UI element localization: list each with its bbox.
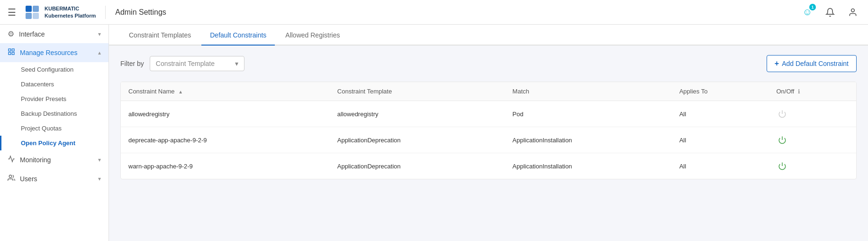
sidebar-sub-backup-destinations[interactable]: Backup Destinations — [0, 106, 108, 121]
on-off-info-icon: ℹ — [798, 88, 800, 95]
svg-rect-2 — [26, 13, 32, 19]
tab-default-constraints[interactable]: Default Constraints — [201, 25, 275, 46]
filter-dropdown-icon: ▾ — [235, 60, 238, 67]
header-divider — [105, 6, 106, 19]
cell-constraint-name-1: allowedregistry — [121, 101, 330, 127]
cell-constraint-template-3: ApplicationDeprecation — [330, 153, 505, 179]
cell-applies-to-1: All — [672, 101, 769, 127]
main-content: Constraint Templates Default Constraints… — [109, 25, 868, 241]
svg-rect-0 — [26, 6, 32, 12]
cell-match-3: ApplicationInstallation — [505, 153, 672, 179]
monitoring-chevron: ▾ — [98, 157, 101, 163]
users-icon — [8, 174, 15, 184]
svg-rect-3 — [33, 13, 39, 19]
sidebar-item-users-label: Users — [20, 175, 37, 183]
sidebar-item-interface[interactable]: ⚙ Interface ▾ — [0, 25, 108, 43]
add-btn-label: Add Default Constraint — [782, 60, 849, 67]
sidebar-sub-project-quotas[interactable]: Project Quotas — [0, 121, 108, 136]
cell-constraint-template-2: ApplicationDeprecation — [330, 127, 505, 153]
sidebar-item-users[interactable]: Users ▾ — [0, 169, 108, 188]
cell-constraint-name-2: deprecate-app-apache-9-2-9 — [121, 127, 330, 153]
constraints-table: Constraint Name ▲ Constraint Template Ma… — [121, 82, 856, 179]
tab-bar: Constraint Templates Default Constraints… — [109, 25, 868, 46]
sidebar-sub-open-policy-agent[interactable]: Open Policy Agent — [0, 136, 108, 150]
table-row: allowedregistry allowedregistry Pod All — [121, 101, 856, 127]
toggle-button-1[interactable] — [776, 108, 788, 120]
cell-constraint-name-3: warn-app-apache-9-2-9 — [121, 153, 330, 179]
sidebar: ⚙ Interface ▾ Manage Resources ▴ Seed Co… — [0, 25, 109, 241]
header-actions: ☺ 1 — [800, 5, 860, 20]
notifications-icon-button[interactable] — [823, 5, 838, 20]
constraints-table-container: Constraint Name ▲ Constraint Template Ma… — [120, 82, 857, 179]
toggle-button-3[interactable] — [776, 160, 788, 172]
svg-rect-7 — [9, 52, 11, 55]
notification-badge: 1 — [809, 4, 816, 10]
cell-on-off-3 — [769, 153, 856, 179]
logo-svg — [24, 4, 41, 21]
menu-icon[interactable]: ☰ — [8, 7, 16, 18]
support-icon-button[interactable]: ☺ 1 — [800, 5, 815, 20]
tab-constraint-templates[interactable]: Constraint Templates — [120, 25, 199, 46]
logo: KUBERMATIC Kubernetes Platform — [24, 4, 96, 21]
svg-rect-8 — [12, 52, 14, 55]
tab-allowed-registries[interactable]: Allowed Registries — [277, 25, 348, 46]
svg-point-9 — [9, 175, 11, 177]
app-header: ☰ KUBERMATIC Kubernetes Platform Admin S… — [0, 0, 868, 25]
th-constraint-template: Constraint Template — [330, 82, 505, 101]
monitoring-icon — [8, 155, 15, 165]
toggle-button-2[interactable] — [776, 134, 788, 146]
svg-rect-5 — [9, 49, 11, 51]
cell-constraint-template-1: allowedregistry — [330, 101, 505, 127]
cell-on-off-2 — [769, 127, 856, 153]
sidebar-item-interface-label: Interface — [19, 30, 45, 38]
filter-left: Filter by Constraint Template ▾ — [120, 56, 244, 71]
sidebar-item-monitoring[interactable]: Monitoring ▾ — [0, 150, 108, 169]
sidebar-sub-seed-configuration[interactable]: Seed Configuration — [0, 62, 108, 77]
svg-point-4 — [851, 9, 855, 12]
cell-applies-to-2: All — [672, 127, 769, 153]
table-row: warn-app-apache-9-2-9 ApplicationDepreca… — [121, 153, 856, 179]
interface-chevron: ▾ — [98, 31, 101, 37]
filter-label: Filter by — [120, 60, 144, 67]
content-area: Filter by Constraint Template ▾ + Add De… — [109, 46, 868, 241]
table-header-row: Constraint Name ▲ Constraint Template Ma… — [121, 82, 856, 101]
sidebar-sub-datacenters[interactable]: Datacenters — [0, 77, 108, 92]
cell-on-off-1 — [769, 101, 856, 127]
constraint-template-filter[interactable]: Constraint Template ▾ — [150, 56, 244, 71]
svg-rect-1 — [33, 6, 39, 12]
sidebar-item-monitoring-label: Monitoring — [20, 156, 51, 164]
users-chevron: ▾ — [98, 176, 101, 182]
interface-icon: ⚙ — [8, 29, 14, 38]
user-profile-button[interactable] — [845, 5, 860, 20]
add-btn-icon: + — [775, 59, 779, 68]
cell-match-1: Pod — [505, 101, 672, 127]
manage-resources-icon — [8, 48, 15, 57]
table-row: deprecate-app-apache-9-2-9 ApplicationDe… — [121, 127, 856, 153]
app-layout: ⚙ Interface ▾ Manage Resources ▴ Seed Co… — [0, 25, 868, 241]
cell-applies-to-3: All — [672, 153, 769, 179]
manage-resources-chevron: ▴ — [98, 49, 101, 56]
logo-text: KUBERMATIC Kubernetes Platform — [45, 5, 96, 19]
page-title: Admin Settings — [115, 8, 166, 17]
filter-select-placeholder: Constraint Template — [156, 60, 231, 67]
th-on-off: On/Off ℹ — [769, 82, 856, 101]
sidebar-item-manage-resources-label: Manage Resources — [20, 49, 77, 56]
sidebar-item-manage-resources[interactable]: Manage Resources ▴ — [0, 43, 108, 62]
th-match: Match — [505, 82, 672, 101]
svg-rect-6 — [12, 49, 14, 51]
th-applies-to: Applies To — [672, 82, 769, 101]
sidebar-sub-provider-presets[interactable]: Provider Presets — [0, 92, 108, 106]
th-constraint-name: Constraint Name ▲ — [121, 82, 330, 101]
cell-match-2: ApplicationInstallation — [505, 127, 672, 153]
add-default-constraint-button[interactable]: + Add Default Constraint — [767, 55, 857, 72]
sort-icon-constraint-name[interactable]: ▲ — [178, 89, 183, 94]
filter-row: Filter by Constraint Template ▾ + Add De… — [120, 55, 857, 72]
